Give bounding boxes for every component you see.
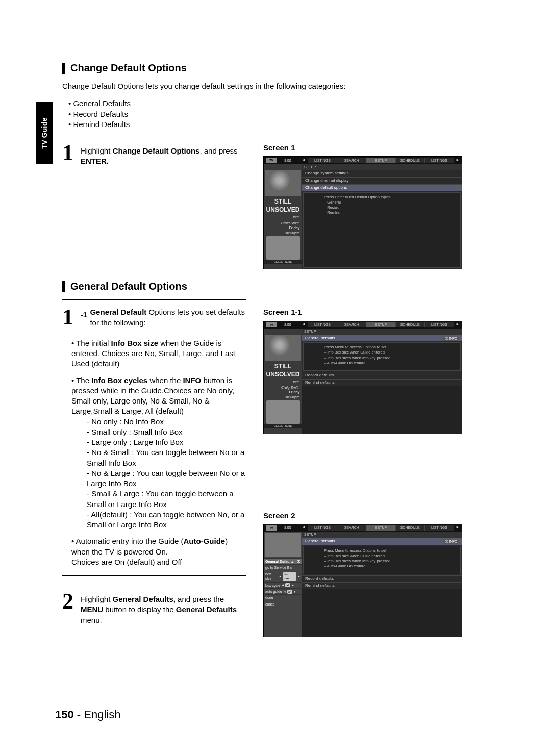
pane-line: – Auto-Guide On feature — [324, 564, 455, 569]
arrow-right-icon: ► — [297, 574, 300, 578]
ss-row-record-defaults: Record defaults — [302, 372, 462, 379]
preview-image-icon — [265, 170, 301, 196]
boxcycle-label: box cycle — [265, 583, 280, 588]
info-badge-icon: ⓘ INFO — [443, 540, 459, 544]
craig-name: Craig Smith — [266, 385, 300, 390]
leftmenu-boxcycle: box cycle ◄ all ► — [264, 582, 302, 588]
step1-bold1: Change Default Options — [113, 146, 200, 155]
step1b-bold: General Default — [90, 308, 146, 316]
ss-breadcrumb: SETUP — [302, 329, 462, 335]
b2-item: - Small & Large : You can toggle between… — [87, 489, 246, 510]
sub-bullet-1: • The initial Info Box size when the Gui… — [71, 338, 246, 369]
s2-bold1: General Defaults, — [113, 595, 176, 603]
b2-item: - No & Large : You can toggle between No… — [87, 468, 246, 489]
ss-tabs: LISTINGS SEARCH SETUP SCHEDULE LISTINGS — [308, 322, 454, 327]
pane-line: – General — [324, 200, 455, 205]
b2-item: - Large only : Large Info Box — [87, 437, 246, 447]
arrow-left-icon: ◄ — [283, 590, 286, 594]
ss-time: 8:00 — [284, 525, 299, 530]
ss-row-remind-defaults: Remind defaults — [302, 379, 462, 386]
section1-title: Change Default Options — [70, 61, 187, 75]
info-icon: ⓘ — [297, 559, 300, 564]
arrow-left-icon: ◄ — [281, 583, 284, 587]
arrow-left-icon: ◄ — [302, 322, 306, 327]
friday-text: Friday — [266, 390, 300, 394]
arrow-left-icon: ◄ — [302, 158, 306, 163]
ss-time: 8:00 — [284, 322, 299, 327]
ss-row-change-channel: Change channel display — [302, 177, 462, 184]
sub-bullet-3: • Automatic entry into the Guide (Auto-G… — [71, 536, 246, 567]
ss-row-general-defaults: General defaults — [302, 335, 462, 342]
ss-tab-schedule: SCHEDULE — [395, 158, 424, 163]
section1-step1: 1 Highlight Change Default Options, and … — [62, 143, 246, 167]
pane-line: – Remind — [324, 210, 455, 215]
ss-left-options-menu: General Defaults ⓘ go to Service Bar box… — [264, 532, 302, 637]
pane-line: – Info Box sizes when Info key pressed — [324, 559, 455, 564]
boxsize-label: box size — [265, 572, 278, 582]
screen2-label: Screen 2 — [263, 511, 462, 521]
pane-line: – Info Box size when Guide entered — [324, 553, 455, 559]
friday-text: Friday — [266, 225, 300, 230]
leftmenu-header: General Defaults ⓘ — [264, 558, 302, 564]
craig-with: with — [266, 380, 300, 384]
b2-item: - No only : No Info Box — [87, 417, 246, 427]
step-number-2: 2 — [62, 591, 77, 612]
page-language: English — [81, 708, 120, 721]
ss-pane: Press Menu to access Options to set: – I… — [303, 342, 461, 371]
still-text1: STILL — [274, 362, 291, 370]
b2-mid: when the — [147, 376, 183, 385]
s2-bold2: MENU — [81, 605, 103, 614]
section1-intro: Change Default Options lets you change d… — [62, 81, 470, 91]
ss-breadcrumb: SETUP — [302, 164, 462, 170]
section2-header: General Default Options — [62, 280, 470, 293]
divider — [62, 299, 246, 300]
tvguide-logo-icon: TV — [266, 322, 277, 327]
ss-tab-listings: LISTINGS — [308, 158, 337, 163]
ss-row-remind-defaults: Remind defaults — [302, 582, 462, 589]
face-image-icon — [266, 236, 300, 260]
ss-tab-schedule: SCHEDULE — [395, 322, 424, 327]
ss-tabs: LISTINGS SEARCH SETUP SCHEDULE LISTINGS — [308, 525, 454, 531]
leftmenu-done: done — [264, 594, 302, 600]
ss-tab-listings2: LISTINGS — [424, 158, 454, 163]
step1b-text: General Default Options lets you set def… — [90, 307, 246, 328]
divider — [62, 175, 246, 175]
page-footer: 150 - English — [55, 707, 120, 722]
still-text1: STILL — [274, 197, 291, 206]
step2-text: Highlight General Defaults, and press th… — [81, 591, 246, 625]
ss-tab-listings2: LISTINGS — [424, 322, 454, 327]
bullet-record-defaults: • Record Defaults — [68, 109, 470, 119]
ss-row-change-default: Change default options — [302, 184, 462, 191]
still-text2: UNSOLVED — [266, 370, 300, 379]
page-number: 150 - — [55, 708, 81, 721]
b2-item: - All(default) : You can toggle between … — [87, 510, 246, 531]
section2-title: General Default Options — [70, 280, 187, 293]
ss-tab-setup: SETUP — [366, 158, 395, 163]
pane-line: Press Menu to access Options to set: — [324, 345, 455, 350]
screenshot-1: TV 8:00 ◄ LISTINGS SEARCH SETUP SCHEDULE… — [263, 156, 462, 269]
b2-item: - No & Small : You can toggle between No… — [87, 447, 246, 468]
preview-image-icon — [265, 335, 301, 361]
divider — [62, 634, 246, 634]
pane-line: Press Menu to access Options to set: — [324, 548, 455, 553]
leftmenu-cancel: cancel — [264, 601, 302, 607]
leftmenu-boxsize: box size ◄ last used ► — [264, 571, 302, 582]
arrow-right-icon: ► — [456, 322, 460, 327]
ss-tab-search: SEARCH — [337, 158, 366, 163]
autoguide-label: auto guide — [265, 589, 282, 594]
screenshot-2: TV 8:00 ◄ LISTINGS SEARCH SETUP SCHEDULE… — [263, 524, 462, 637]
step-number-1: 1 — [62, 143, 77, 163]
ss-tab-listings: LISTINGS — [308, 322, 337, 327]
showtime-text: 10:00pm — [266, 395, 300, 399]
arrow-right-icon: ► — [291, 583, 294, 587]
info-badge-icon: ⓘ INFO — [443, 337, 459, 341]
b2-bold2: INFO — [183, 376, 201, 385]
b2-pre: • The — [71, 376, 91, 385]
ss-tab-listings2: LISTINGS — [424, 525, 454, 531]
step1-text: Highlight Change Default Options, and pr… — [81, 143, 246, 167]
screen1-label: Screen 1 — [263, 143, 462, 153]
ss-row-change-system: Change system settings — [302, 170, 462, 177]
autoguide-value: on — [287, 590, 293, 594]
section-bar-icon — [62, 63, 65, 74]
s2-mid: and press the — [176, 595, 224, 603]
